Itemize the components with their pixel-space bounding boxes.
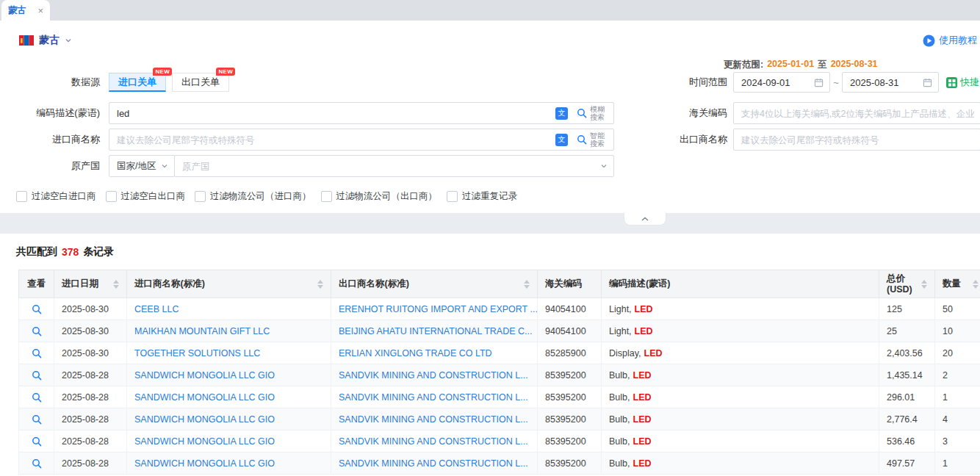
table-row: 2025-08-28SANDWICH MONGOLIA LLC GIOSANDV…	[19, 430, 980, 452]
column-header: 查看	[19, 270, 54, 298]
chevron-down-icon	[65, 37, 72, 44]
tutorial-label: 使用教程	[939, 34, 977, 47]
view-record-icon[interactable]	[32, 326, 42, 336]
results-table: 查看进口日期进口商名称(标准)出口商名称(标准)海关编码编码描述(蒙语)总价 (…	[18, 270, 980, 475]
sort-icon[interactable]	[921, 280, 927, 289]
view-record-icon[interactable]	[32, 348, 42, 358]
view-cell	[19, 320, 54, 342]
update-range-label: 更新范围:	[724, 59, 763, 71]
column-header[interactable]: 总价 (USD)	[879, 270, 935, 298]
view-record-icon[interactable]	[32, 304, 42, 314]
collapse-panel-button[interactable]	[624, 213, 666, 226]
sort-icon[interactable]	[113, 280, 119, 289]
tutorial-link[interactable]: 使用教程	[923, 34, 977, 47]
view-record-icon[interactable]	[32, 392, 42, 403]
filter-checkbox[interactable]: 过滤物流公司（进口商）	[195, 190, 311, 203]
importer-link[interactable]: SANDWICH MONGOLIA LLC GIO	[134, 436, 275, 447]
date-range-separator: ~	[830, 72, 842, 93]
smart-search-toggle[interactable]: 智能搜索	[577, 131, 608, 148]
data-source-tabs: 进口关单NEW出口关单NEW	[109, 73, 229, 92]
checkbox-icon[interactable]	[447, 191, 458, 202]
total-usd-cell: 2,776.4	[879, 408, 935, 430]
description-text: Bulb,	[609, 436, 630, 447]
data-source-tab-export[interactable]: 出口关单NEW	[172, 73, 229, 92]
view-record-icon[interactable]	[32, 458, 42, 469]
tab-close-icon[interactable]: ×	[37, 6, 43, 15]
summary-prefix: 共匹配到	[16, 245, 57, 259]
sort-icon[interactable]	[317, 280, 323, 289]
update-range-separator: 至	[818, 59, 827, 71]
exporter-name-field[interactable]	[733, 129, 980, 151]
checkbox-icon[interactable]	[195, 191, 206, 202]
description-cell: Light,LED	[602, 320, 879, 342]
sort-icon[interactable]	[524, 280, 530, 289]
exporter-link[interactable]: SANDVIK MINING AND CONSTRUCTION L...	[339, 458, 528, 469]
quantity-cell: 1	[935, 386, 980, 408]
origin-country-field[interactable]	[174, 155, 614, 177]
view-record-icon[interactable]	[32, 370, 42, 381]
exporter-name-input[interactable]	[741, 134, 974, 145]
view-record-icon[interactable]	[32, 436, 42, 447]
start-date-input[interactable]	[741, 77, 810, 88]
description-cell: Bulb,LED	[602, 386, 879, 408]
country-selector[interactable]: 蒙古	[19, 32, 72, 48]
exporter-link[interactable]: ERLIAN XINGLONG TRADE CO LTD	[339, 348, 492, 358]
origin-country-input[interactable]	[182, 161, 597, 172]
column-header[interactable]: 进口日期	[54, 270, 127, 298]
column-header[interactable]: 进口商名称(标准)	[127, 270, 331, 298]
quick-select-button[interactable]: 快捷	[946, 76, 979, 89]
exporter-link[interactable]: SANDVIK MINING AND CONSTRUCTION L...	[339, 370, 528, 381]
importer-link[interactable]: CEEB LLC	[134, 304, 179, 314]
exporter-link[interactable]: SANDVIK MINING AND CONSTRUCTION L...	[339, 392, 528, 403]
filter-checkbox[interactable]: 过滤空白进口商	[16, 190, 96, 203]
code-description-input[interactable]	[117, 108, 550, 119]
browser-tab[interactable]: 蒙古 ×	[1, 0, 50, 21]
importer-name-field: 文 智能搜索	[109, 129, 614, 151]
update-range-start: 2025-01-01	[767, 59, 814, 71]
importer-link[interactable]: SANDWICH MONGOLIA LLC GIO	[134, 370, 275, 381]
checkbox-icon[interactable]	[16, 191, 27, 202]
mongolia-flag-icon	[19, 35, 34, 46]
importer-link[interactable]: TOGETHER SOLUTIONS LLC	[134, 348, 260, 358]
column-header[interactable]: 数量	[935, 270, 980, 298]
exporter-cell: SANDVIK MINING AND CONSTRUCTION L...	[331, 430, 538, 452]
checkbox-icon[interactable]	[321, 191, 332, 202]
quantity-cell: 1	[935, 452, 980, 475]
sort-icon[interactable]	[973, 280, 979, 289]
end-date-field[interactable]	[842, 72, 939, 93]
importer-link[interactable]: MAIKHAN MOUNTAIN GIFT LLC	[134, 326, 270, 336]
exporter-link[interactable]: SANDVIK MINING AND CONSTRUCTION L...	[339, 414, 528, 425]
filter-checkbox[interactable]: 过滤空白出口商	[106, 190, 186, 203]
exporter-link[interactable]: ERENHOT RUITONG IMPORT AND EXPORT ...	[339, 304, 538, 314]
import-date-cell: 2025-08-28	[54, 430, 127, 452]
importer-link[interactable]: SANDWICH MONGOLIA LLC GIO	[134, 392, 275, 403]
exporter-link[interactable]: BEIJING AHATU INTERNATIONAL TRADE C...	[339, 326, 532, 336]
start-date-field[interactable]	[733, 72, 830, 93]
column-label: 海关编码	[545, 278, 582, 289]
filter-checkbox[interactable]: 过滤重复记录	[447, 190, 517, 203]
table-row: 2025-08-30CEEB LLCERENHOT RUITONG IMPORT…	[19, 298, 980, 320]
end-date-input[interactable]	[850, 77, 918, 88]
importer-name-input[interactable]	[117, 134, 550, 145]
description-text: Bulb,	[609, 458, 630, 469]
keyword-text: LED	[644, 348, 663, 358]
customs-code-input[interactable]	[741, 108, 974, 119]
checkbox-icon[interactable]	[106, 191, 117, 202]
description-text: Light,	[609, 326, 632, 336]
column-header[interactable]: 出口商名称(标准)	[331, 270, 538, 298]
view-record-icon[interactable]	[32, 414, 42, 425]
data-source-tab-import[interactable]: 进口关单NEW	[109, 73, 166, 92]
exporter-name-label: 出口商名称	[629, 129, 727, 151]
translate-icon[interactable]: 文	[555, 107, 568, 120]
importer-link[interactable]: SANDWICH MONGOLIA LLC GIO	[134, 458, 275, 469]
chevron-up-icon	[641, 216, 649, 222]
region-type-select[interactable]: 国家/地区	[109, 155, 175, 177]
translate-icon[interactable]: 文	[555, 134, 568, 146]
importer-link[interactable]: SANDWICH MONGOLIA LLC GIO	[134, 414, 275, 425]
filter-checkbox[interactable]: 过滤物流公司（出口商）	[321, 190, 438, 203]
column-label: 出口商名称(标准)	[339, 278, 409, 289]
customs-code-field[interactable]	[733, 102, 980, 124]
fuzzy-search-toggle[interactable]: 模糊搜索	[577, 105, 608, 121]
quantity-cell: 4	[935, 408, 980, 430]
exporter-link[interactable]: SANDVIK MINING AND CONSTRUCTION L...	[339, 436, 528, 447]
